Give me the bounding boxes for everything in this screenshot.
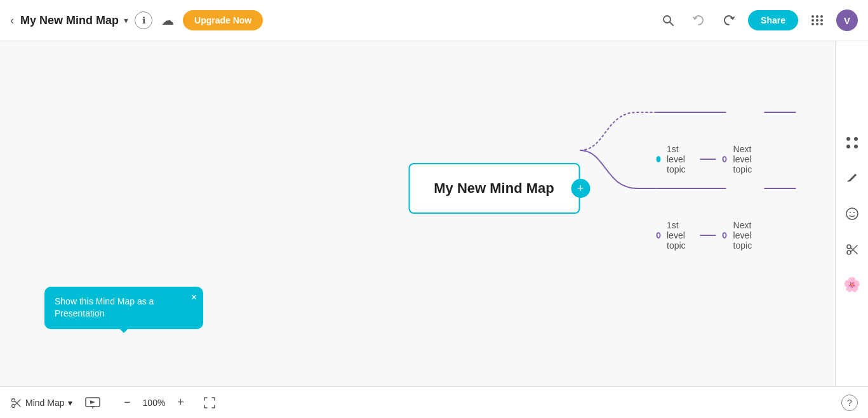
svg-point-12 [850, 212, 851, 213]
upgrade-button[interactable]: Upgrade Now [183, 10, 263, 30]
presentation-button[interactable] [83, 393, 103, 413]
svg-point-7 [854, 137, 858, 141]
canvas: My New Mind Map + 1st level topic Next l… [0, 41, 868, 386]
tooltip-close-button[interactable]: × [191, 292, 197, 303]
scissors-button[interactable] [841, 238, 864, 261]
svg-point-18 [12, 404, 15, 407]
help-button[interactable]: ? [841, 395, 858, 411]
zoom-out-button[interactable]: − [118, 394, 136, 412]
redo-button[interactable] [718, 9, 740, 32]
tooltip-text: Show this Mind Map as a Presentation [55, 296, 154, 319]
zoom-controls: − 100% + [118, 394, 189, 412]
svg-point-6 [846, 137, 850, 141]
mode-label: Mind Map [25, 398, 64, 408]
mindmap-container: My New Mind Map + 1st level topic Next l… [408, 188, 580, 239]
topic1-level2-label: Next level topic [733, 144, 764, 174]
svg-point-13 [853, 212, 855, 213]
undo-icon [692, 14, 705, 27]
zoom-level-display: 100% [141, 398, 166, 408]
header-right: Share V [657, 9, 858, 32]
search-button[interactable] [657, 9, 679, 32]
cloud-symbol: ☁ [161, 13, 174, 28]
flower-icon: 🌸 [843, 277, 860, 293]
svg-marker-25 [90, 400, 95, 404]
central-node-text: My New Mind Map [434, 180, 554, 197]
topic-row-1: 1st level topic Next level topic [656, 144, 763, 174]
topic-row-2: 1st level topic Next level topic [656, 220, 763, 251]
layout-icon [845, 136, 859, 150]
svg-point-19 [12, 398, 15, 402]
scissors-small-icon [10, 397, 22, 408]
svg-point-14 [847, 251, 851, 254]
back-button[interactable]: ‹ [10, 14, 14, 27]
svg-point-15 [847, 245, 851, 249]
topic1-level1-label: 1st level topic [667, 144, 694, 174]
add-node-button[interactable]: + [571, 179, 590, 198]
fit-icon [203, 396, 216, 409]
apps-grid-icon [811, 15, 824, 25]
right-toolbar: 🌸 [835, 41, 868, 386]
scissors-icon [845, 242, 859, 256]
topic1-connector [700, 159, 716, 160]
cloud-icon[interactable]: ☁ [159, 11, 177, 29]
svg-point-8 [846, 145, 850, 148]
emoji-button[interactable] [841, 202, 864, 225]
topic1-level2-dot [723, 156, 727, 162]
topic1-dot [656, 156, 660, 162]
info-symbol: ℹ [142, 15, 145, 25]
svg-point-0 [664, 16, 671, 23]
title-chevron-icon[interactable]: ▾ [124, 15, 128, 25]
fit-to-screen-button[interactable] [199, 393, 220, 413]
topic2-dot [656, 232, 660, 238]
edit-button[interactable] [841, 167, 864, 190]
share-button[interactable]: Share [748, 10, 798, 30]
search-icon [662, 14, 674, 27]
document-title: My New Mind Map [20, 14, 119, 27]
presentation-tooltip: Show this Mind Map as a Presentation × [44, 287, 203, 329]
edit-icon [846, 172, 858, 185]
header: ‹ My New Mind Map ▾ ℹ ☁ Upgrade Now [0, 0, 868, 41]
user-avatar[interactable]: V [836, 10, 858, 31]
central-node[interactable]: My New Mind Map + [408, 163, 580, 214]
topic2-level2-dot [723, 232, 727, 238]
mode-chevron: ▾ [68, 398, 72, 408]
topic2-level2-label: Next level topic [733, 220, 764, 251]
topic2-connector [700, 235, 716, 236]
bottom-bar: Mind Map ▾ − 100% + ? [0, 386, 868, 418]
redo-icon [723, 14, 735, 27]
flower-button[interactable]: 🌸 [841, 273, 864, 296]
presentation-icon [85, 397, 100, 408]
undo-button[interactable] [687, 9, 710, 32]
topic2-level1-label: 1st level topic [667, 220, 694, 251]
info-icon[interactable]: ℹ [135, 11, 152, 29]
header-left: ‹ My New Mind Map ▾ ℹ ☁ Upgrade Now [10, 10, 263, 30]
svg-point-11 [846, 208, 858, 219]
emoji-icon [845, 207, 859, 221]
title-area: My New Mind Map ▾ [20, 14, 128, 27]
svg-line-1 [670, 22, 673, 25]
zoom-in-button[interactable]: + [171, 394, 189, 412]
svg-point-9 [854, 145, 858, 148]
layout-button[interactable] [841, 131, 864, 154]
apps-button[interactable] [806, 9, 829, 32]
mode-selector[interactable]: Mind Map ▾ [10, 397, 72, 408]
